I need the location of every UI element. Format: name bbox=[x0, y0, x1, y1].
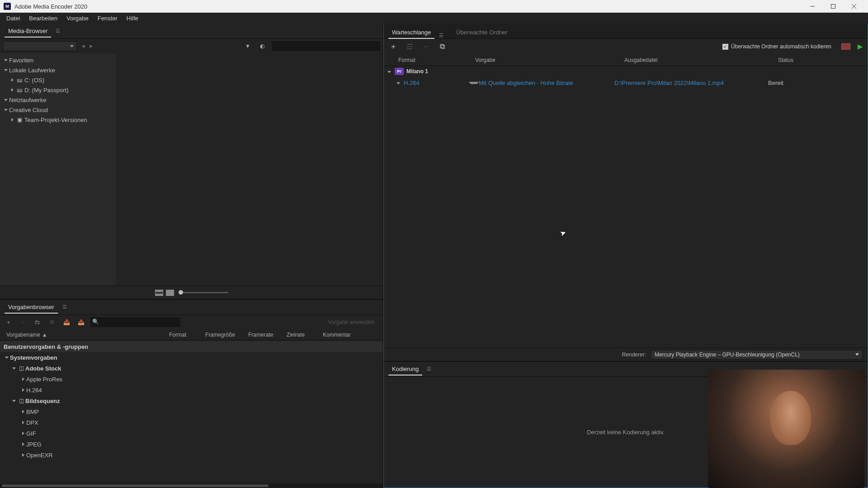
format-dropdown-icon[interactable] bbox=[469, 82, 479, 84]
drive-icon: 🖴 bbox=[15, 87, 24, 93]
output-format[interactable]: H.264 bbox=[404, 80, 420, 86]
add-preset-button[interactable]: ＋ bbox=[4, 317, 14, 327]
group-system-presets[interactable]: Systemvorgaben bbox=[10, 354, 57, 361]
preset-bmp[interactable]: BMP bbox=[26, 408, 39, 415]
tree-drive-d[interactable]: D: (My Passport) bbox=[24, 87, 69, 94]
cursor-icon: ➤ bbox=[559, 228, 567, 238]
col-framesize[interactable]: Framegröße bbox=[203, 332, 245, 338]
mb-content-area bbox=[116, 53, 383, 286]
auto-encode-checkbox[interactable]: ✓ bbox=[722, 44, 728, 50]
preset-gif[interactable]: GIF bbox=[26, 430, 36, 437]
col-preset[interactable]: Vorgabe bbox=[475, 57, 624, 63]
dropdown-icon bbox=[855, 353, 859, 356]
queue-job-row[interactable]: Pr Milano 1 bbox=[384, 66, 868, 77]
tab-queue[interactable]: Warteschlange bbox=[388, 26, 434, 38]
renderer-value: Mercury Playback Engine – GPU-Beschleuni… bbox=[655, 352, 800, 358]
title-bar: M Adobe Media Encoder 2020 bbox=[0, 0, 868, 13]
thumbnail-size-slider[interactable] bbox=[179, 292, 228, 293]
mb-tree[interactable]: Favoriten Lokale Laufwerke 🖴C: (OS) 🖴D: … bbox=[0, 53, 116, 286]
menu-bar: Datei Bearbeiten Vorgabe Fenster Hilfe bbox=[0, 13, 868, 23]
mb-search-input[interactable] bbox=[272, 41, 380, 51]
import-preset-button[interactable]: 📥 bbox=[61, 317, 71, 327]
panel-menu-icon[interactable]: ☰ bbox=[62, 304, 67, 310]
queue-body[interactable]: Pr Milano 1 H.264 Mit Quelle abgleichen … bbox=[384, 66, 868, 347]
media-browser-panel: Media-Browser ☰ ◄ ► ▼ ◐ 🔍 bbox=[0, 23, 383, 299]
col-name[interactable]: Vorgabename bbox=[6, 332, 40, 338]
add-output-button[interactable]: ☲ bbox=[405, 42, 415, 52]
horizontal-scrollbar[interactable] bbox=[0, 483, 383, 488]
col-format[interactable]: Format bbox=[166, 332, 203, 338]
col-kommentar[interactable]: Kommentar bbox=[320, 332, 383, 338]
preset-jpeg[interactable]: JPEG bbox=[26, 441, 42, 448]
list-view-button[interactable] bbox=[155, 290, 163, 296]
duplicate-button[interactable]: ⧉ bbox=[437, 42, 447, 52]
minimize-button[interactable] bbox=[802, 0, 823, 13]
output-preset[interactable]: Mit Quelle abgleichen - Hohe Bitrate bbox=[479, 80, 614, 86]
thumbnail-view-button[interactable] bbox=[166, 290, 174, 296]
preset-search-input[interactable] bbox=[90, 317, 180, 327]
new-group-button[interactable]: 🗀 bbox=[33, 317, 42, 327]
menu-vorgabe[interactable]: Vorgabe bbox=[62, 14, 93, 23]
panel-menu-icon[interactable]: ☰ bbox=[427, 366, 431, 372]
nav-back-icon[interactable]: ◄ bbox=[80, 43, 86, 49]
preset-settings-button[interactable]: ⚙ bbox=[47, 317, 57, 327]
start-queue-button[interactable]: ▶ bbox=[858, 42, 863, 51]
group-adobe-stock[interactable]: Adobe Stock bbox=[25, 365, 61, 372]
encoding-tab[interactable]: Kodierung bbox=[388, 363, 422, 375]
tree-network-drives[interactable]: Netzlaufwerke bbox=[9, 97, 46, 103]
team-icon: ▣ bbox=[15, 117, 24, 123]
auto-encode-label: Überwachte Ordner automatisch kodieren bbox=[731, 43, 831, 50]
preset-tree[interactable]: Benutzervorgaben & -gruppen Systemvorgab… bbox=[0, 340, 383, 483]
tree-local-drives[interactable]: Lokale Laufwerke bbox=[9, 67, 55, 74]
close-button[interactable] bbox=[844, 0, 864, 13]
ingest-icon[interactable]: ◐ bbox=[257, 41, 267, 51]
premiere-icon: Pr bbox=[395, 68, 404, 75]
job-name: Milano 1 bbox=[406, 68, 428, 75]
preset-apple-prores[interactable]: Apple ProRes bbox=[26, 376, 62, 383]
svg-rect-1 bbox=[831, 5, 835, 9]
queue-panel: Warteschlange ☰ Überwachte Ordner ＋ ☲ － … bbox=[384, 23, 868, 361]
mb-location-dropdown[interactable] bbox=[3, 41, 77, 51]
group-user-presets[interactable]: Benutzervorgaben & -gruppen bbox=[4, 343, 88, 350]
tree-creative-cloud[interactable]: Creative Cloud bbox=[9, 107, 48, 113]
media-browser-tab[interactable]: Media-Browser bbox=[5, 25, 51, 37]
menu-bearbeiten[interactable]: Bearbeiten bbox=[24, 14, 62, 23]
nav-forward-icon[interactable]: ► bbox=[89, 43, 94, 49]
col-output[interactable]: Ausgabedatei bbox=[624, 57, 778, 63]
tab-watched-folders[interactable]: Überwachte Ordner bbox=[453, 26, 511, 38]
remove-preset-button[interactable]: － bbox=[18, 317, 28, 327]
output-file[interactable]: D:\Premiere Pro\Milan 2022\Milano 1.mp4 bbox=[614, 80, 768, 86]
col-format[interactable]: Format bbox=[398, 57, 475, 63]
maximize-button[interactable] bbox=[823, 0, 844, 13]
app-icon: M bbox=[4, 3, 11, 10]
col-status[interactable]: Status bbox=[778, 57, 868, 63]
col-framerate[interactable]: Framerate bbox=[245, 332, 284, 338]
preset-openexr[interactable]: OpenEXR bbox=[26, 452, 53, 459]
remove-button[interactable]: － bbox=[421, 42, 431, 52]
menu-fenster[interactable]: Fenster bbox=[93, 14, 122, 23]
renderer-label: Renderer: bbox=[622, 352, 646, 358]
filter-icon[interactable]: ▼ bbox=[243, 41, 253, 51]
preset-column-headers: Vorgabename▲ Format Framegröße Framerate… bbox=[0, 329, 383, 340]
preset-dpx[interactable]: DPX bbox=[26, 419, 38, 426]
stop-queue-button[interactable] bbox=[841, 43, 850, 50]
sort-icon: ▲ bbox=[42, 332, 47, 338]
apply-preset-button[interactable]: Vorgabe anwenden bbox=[328, 319, 379, 325]
tree-favorites[interactable]: Favoriten bbox=[9, 57, 33, 64]
group-image-sequence[interactable]: Bildsequenz bbox=[25, 398, 60, 404]
renderer-dropdown[interactable]: Mercury Playback Engine – GPU-Beschleuni… bbox=[651, 350, 863, 360]
panel-menu-icon[interactable]: ☰ bbox=[439, 33, 443, 38]
menu-datei[interactable]: Datei bbox=[2, 14, 24, 23]
tree-drive-c[interactable]: C: (OS) bbox=[24, 77, 44, 84]
app-title: Adobe Media Encoder 2020 bbox=[14, 3, 802, 10]
preset-browser-tab[interactable]: Vorgabenbrowser bbox=[5, 301, 58, 313]
preset-h264[interactable]: H.264 bbox=[26, 387, 42, 394]
export-preset-button[interactable]: 📤 bbox=[76, 317, 86, 327]
tree-team-projects[interactable]: Team-Projekt-Versionen bbox=[24, 117, 87, 123]
col-zielrate[interactable]: Zielrate bbox=[284, 332, 320, 338]
preset-browser-panel: Vorgabenbrowser ☰ ＋ － 🗀 ⚙ 📥 📤 🔍 Vorgabe … bbox=[0, 299, 383, 488]
menu-hilfe[interactable]: Hilfe bbox=[122, 14, 143, 23]
queue-output-row[interactable]: H.264 Mit Quelle abgleichen - Hohe Bitra… bbox=[384, 77, 868, 89]
add-source-button[interactable]: ＋ bbox=[388, 42, 398, 52]
panel-menu-icon[interactable]: ☰ bbox=[56, 28, 60, 34]
